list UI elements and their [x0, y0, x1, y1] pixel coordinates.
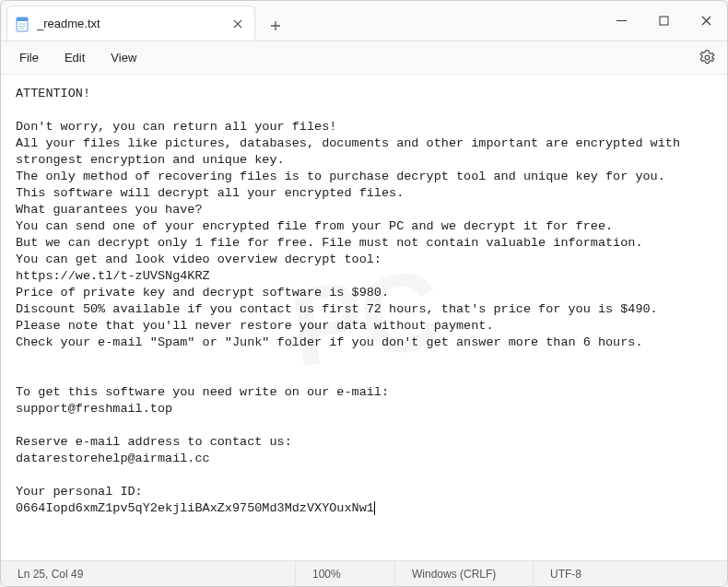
tab-strip: _readme.txt [1, 1, 600, 41]
document-text: ATTENTION! Don't worry, you can return a… [16, 86, 712, 517]
minimize-button[interactable] [600, 1, 642, 41]
titlebar: _readme.txt [1, 1, 727, 41]
tab-close-button[interactable] [230, 17, 245, 31]
status-zoom[interactable]: 100% [296, 561, 395, 586]
status-eol[interactable]: Windows (CRLF) [395, 561, 534, 586]
menu-view[interactable]: View [100, 47, 147, 68]
menu-file[interactable]: File [8, 47, 50, 68]
notepad-window: _readme.txt File Edit View [0, 0, 728, 587]
tab-active[interactable]: _readme.txt [6, 6, 255, 41]
statusbar: Ln 25, Col 49 100% Windows (CRLF) UTF-8 [1, 560, 727, 586]
maximize-button[interactable] [642, 1, 685, 41]
menubar: File Edit View [1, 41, 727, 75]
new-tab-button[interactable] [261, 11, 290, 41]
close-button[interactable] [685, 1, 727, 41]
text-area[interactable]: PC ATTENTION! Don't worry, you can retur… [1, 75, 727, 560]
status-position[interactable]: Ln 25, Col 49 [1, 561, 296, 586]
text-cursor [374, 501, 375, 515]
menu-edit[interactable]: Edit [53, 47, 96, 68]
tab-title: _readme.txt [37, 17, 223, 30]
status-encoding[interactable]: UTF-8 [534, 561, 727, 586]
window-controls [600, 1, 727, 41]
svg-rect-1 [17, 18, 28, 21]
settings-button[interactable] [694, 45, 720, 71]
svg-rect-5 [660, 17, 668, 25]
notepad-icon [15, 16, 29, 32]
